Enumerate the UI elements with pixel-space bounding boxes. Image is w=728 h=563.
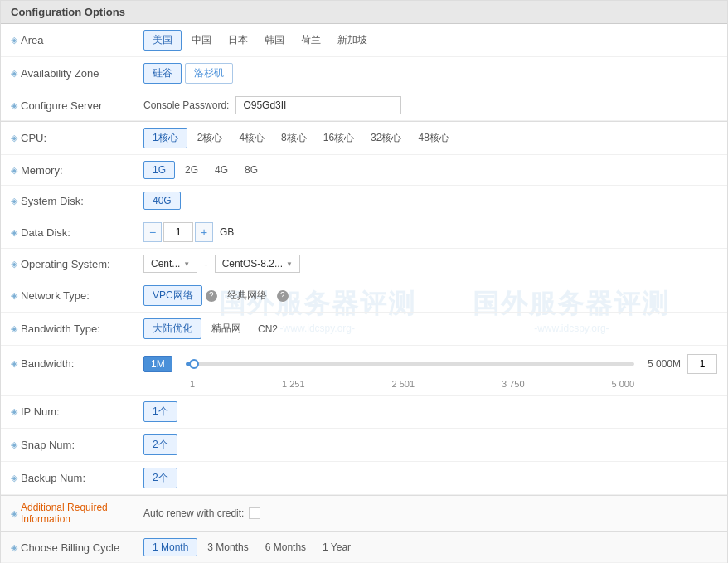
cpu-option-6[interactable]: 48核心 (411, 129, 455, 148)
billing-option-3[interactable]: 1 Year (316, 539, 357, 556)
cpu-option-2[interactable]: 4核心 (232, 129, 271, 148)
configure-server-icon: ◈ (11, 100, 17, 111)
page-title: Configuration Options (1, 1, 727, 24)
snap-num-icon: ◈ (11, 439, 17, 450)
auto-renew-checkbox[interactable] (249, 507, 260, 519)
data-disk-row: ◈ Data Disk: − + GB (1, 216, 727, 249)
area-option-4[interactable]: 荷兰 (294, 31, 328, 50)
area-option-5[interactable]: 新加坡 (331, 31, 374, 50)
memory-option-0[interactable]: 1G (143, 161, 175, 179)
memory-option-2[interactable]: 4G (208, 162, 235, 178)
cpu-icon: ◈ (11, 133, 17, 143)
cpu-option-4[interactable]: 16核心 (317, 129, 361, 148)
console-password-input[interactable] (235, 96, 401, 114)
os-version-dropdown[interactable]: CentOS-8.2... (215, 255, 300, 273)
main-section: 国外服务器评测 -www.idcspy.org- 国外服务器评测 -www.id… (1, 24, 727, 563)
system-disk-row: ◈ System Disk: 40G (1, 186, 727, 216)
bandwidth-type-label: ◈ Bandwidth Type: (11, 323, 143, 335)
bw-label-4: 5 000 (611, 379, 634, 389)
bandwidth-selected-label: 1M (143, 356, 172, 372)
network-type-label: ◈ Network Type: (11, 289, 143, 302)
area-option-3[interactable]: 韩国 (258, 31, 291, 50)
area-option-1[interactable]: 中国 (185, 31, 218, 50)
snap-num-label: ◈ Snap Num: (11, 439, 143, 451)
bwtype-option-1[interactable]: 精品网 (205, 319, 248, 338)
cpu-option-1[interactable]: 2核心 (191, 129, 230, 148)
backup-num-row: ◈ Backup Num: 2个 (1, 462, 727, 495)
az-option-1[interactable]: 洛杉矶 (185, 63, 233, 84)
data-disk-input[interactable] (163, 222, 193, 242)
bwtype-option-0[interactable]: 大陆优化 (143, 318, 201, 339)
az-icon: ◈ (11, 68, 17, 79)
config-page: Configuration Options 国外服务器评测 -www.idcsp… (0, 0, 728, 563)
ip-num-row: ◈ IP Num: 1个 (1, 396, 727, 429)
billing-label: ◈ Choose Billing Cycle (11, 541, 143, 554)
bandwidth-slider-track[interactable] (186, 362, 634, 366)
cpu-label: ◈ CPU: (11, 132, 143, 144)
bwtype-option-2[interactable]: CN2 (251, 321, 284, 337)
os-icon: ◈ (11, 259, 17, 269)
billing-option-2[interactable]: 6 Months (259, 539, 313, 556)
additional-icon: ◈ (11, 508, 17, 519)
bandwidth-type-row: ◈ Bandwidth Type: 大陆优化 精品网 CN2 (1, 313, 727, 346)
backup-num-label: ◈ Backup Num: (11, 472, 143, 484)
snap-num-controls: 2个 (143, 434, 717, 455)
billing-icon: ◈ (11, 542, 17, 553)
az-row: ◈ Availability Zone 硅谷 洛杉矶 (1, 57, 727, 90)
configure-server-row: ◈ Configure Server Console Password: (1, 90, 727, 121)
backup-num-btn[interactable]: 2个 (143, 468, 177, 488)
data-disk-minus[interactable]: − (143, 222, 162, 242)
os-type-dropdown[interactable]: Cent... (143, 255, 197, 273)
cpu-option-0[interactable]: 1核心 (143, 128, 187, 148)
billing-option-1[interactable]: 3 Months (201, 539, 255, 556)
bandwidth-slider-thumb[interactable] (189, 359, 199, 369)
cpu-option-5[interactable]: 32核心 (364, 129, 408, 148)
auto-renew-label: Auto renew with credit: (143, 507, 244, 519)
billing-row: ◈ Choose Billing Cycle 1 Month 3 Months … (1, 532, 727, 563)
memory-label: ◈ Memory: (11, 164, 143, 177)
area-option-0[interactable]: 美国 (143, 30, 182, 51)
bandwidth-input[interactable] (687, 354, 717, 374)
billing-option-0[interactable]: 1 Month (143, 538, 197, 556)
cpu-option-3[interactable]: 8核心 (274, 129, 313, 148)
additional-label: ◈ Additional Required Information (11, 502, 143, 525)
cpu-controls: 1核心 2核心 4核心 8核心 16核心 32核心 48核心 (143, 128, 717, 148)
system-disk-icon: ◈ (11, 196, 17, 206)
area-icon: ◈ (11, 35, 17, 46)
area-option-2[interactable]: 日本 (221, 31, 255, 50)
os-separator: - (204, 258, 207, 270)
system-disk-option-0[interactable]: 40G (143, 192, 181, 210)
bandwidth-area: 1M 5 000M 1 1 251 2 501 3 750 5 0 (143, 354, 717, 389)
network-help-icon2[interactable]: ? (277, 290, 289, 302)
backup-num-icon: ◈ (11, 473, 17, 483)
system-disk-controls: 40G (143, 192, 717, 210)
data-disk-plus[interactable]: + (195, 222, 213, 242)
bandwidth-label: ◈ Bandwidth: (11, 354, 143, 370)
bandwidth-icon: ◈ (11, 358, 17, 369)
os-controls: Cent... - CentOS-8.2... (143, 255, 717, 273)
system-disk-label: ◈ System Disk: (11, 195, 143, 207)
configure-server-label: ◈ Configure Server (11, 99, 143, 112)
memory-option-1[interactable]: 2G (178, 162, 205, 178)
bandwidth-type-controls: 大陆优化 精品网 CN2 (143, 318, 717, 339)
billing-controls: 1 Month 3 Months 6 Months 1 Year (143, 538, 717, 556)
memory-option-3[interactable]: 8G (238, 162, 265, 178)
network-option-1[interactable]: 经典网络 (221, 286, 274, 305)
area-row: ◈ Area 美国 中国 日本 韩国 荷兰 新加坡 (1, 24, 727, 57)
data-disk-controls: − + GB (143, 222, 717, 242)
memory-controls: 1G 2G 4G 8G (143, 161, 717, 179)
configure-server-controls: Console Password: (143, 96, 717, 114)
network-type-icon: ◈ (11, 290, 17, 301)
bandwidth-slider-container (179, 359, 641, 369)
bandwidth-top: 1M 5 000M (143, 354, 717, 374)
data-disk-stepper: − + (143, 222, 213, 242)
ip-num-btn[interactable]: 1个 (143, 401, 177, 422)
backup-num-controls: 2个 (143, 468, 717, 488)
network-option-0[interactable]: VPC网络 (143, 285, 202, 306)
snap-num-btn[interactable]: 2个 (143, 434, 177, 455)
bw-label-0: 1 (190, 379, 195, 389)
az-option-0[interactable]: 硅谷 (143, 63, 182, 84)
area-label: ◈ Area (11, 34, 143, 46)
network-help-icon[interactable]: ? (206, 290, 217, 302)
data-disk-icon: ◈ (11, 227, 17, 238)
